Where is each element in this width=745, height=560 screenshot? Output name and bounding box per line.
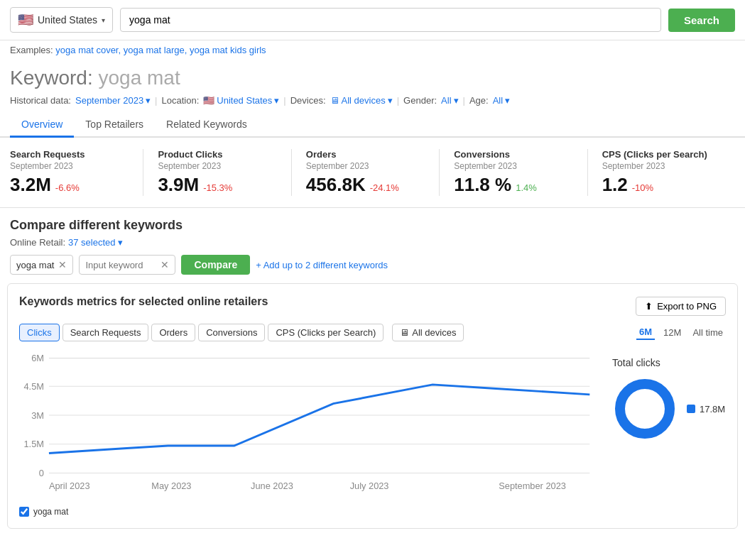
metric-number: 3.9M [158, 174, 199, 196]
chart-area: 6M 4.5M 3M 1.5M 0 April 2023 May 2023 Ju… [19, 350, 726, 517]
metric-label: Orders [306, 149, 425, 160]
examples-row: Examples: yoga mat cover, yoga mat large… [0, 40, 745, 60]
metric-change: -6.6% [55, 182, 80, 193]
metric-change: -10% [632, 182, 653, 193]
svg-text:April 2023: April 2023 [49, 481, 90, 491]
metric-label: Product Clicks [158, 149, 276, 160]
donut-legend: 17.8M [687, 404, 725, 414]
online-retail-filter[interactable]: 37 selected ▾ [68, 237, 123, 248]
svg-text:6M: 6M [31, 353, 44, 363]
historical-filter[interactable]: September 2023 ▾ [75, 95, 151, 106]
donut-chart [613, 377, 677, 441]
chart-tab-orders[interactable]: Orders [151, 324, 195, 341]
metric-change: -24.1% [370, 182, 399, 193]
legend-label: yoga mat [33, 507, 68, 517]
legend-checkbox[interactable] [19, 507, 29, 517]
keyword-chip-1: yoga mat ✕ [10, 255, 73, 275]
top-bar: 🇺🇸 United States ▾ Search [0, 0, 745, 40]
metric-number: 1.2 [602, 174, 628, 196]
example-link-3[interactable]: yoga mat kids girls [190, 45, 266, 55]
time-12m[interactable]: 12M [660, 326, 684, 339]
metric-label: Search Requests [10, 149, 129, 160]
metric-label: Conversions [454, 149, 572, 160]
chart-top-row: Keywords metrics for selected online ret… [19, 295, 726, 317]
online-retail-row: Online Retail: 37 selected ▾ [10, 237, 735, 248]
svg-text:July 2023: July 2023 [350, 481, 389, 491]
chart-tabs: Clicks Search Requests Orders Conversion… [19, 324, 464, 341]
metric-value: 3.2M -6.6% [10, 174, 129, 196]
chart-tab-conversions[interactable]: Conversions [198, 324, 265, 341]
chip-close-2[interactable]: ✕ [161, 259, 169, 270]
compare-title: Compare different keywords [10, 218, 735, 233]
metric-cps: CPS (Clicks per Search) September 2023 1… [602, 149, 735, 196]
sep2: | [283, 95, 286, 106]
examples-label: Examples: [10, 45, 53, 55]
line-chart: 6M 4.5M 3M 1.5M 0 April 2023 May 2023 Ju… [19, 350, 598, 499]
chart-tab-cps[interactable]: CPS (Clicks per Search) [268, 324, 384, 341]
metric-period: September 2023 [158, 161, 276, 171]
metric-value: 1.2 -10% [602, 174, 721, 196]
time-range: 6M 12M All time [636, 325, 726, 340]
location-filter[interactable]: 🇺🇸 United States ▾ [203, 95, 279, 106]
metric-period: September 2023 [454, 161, 572, 171]
svg-text:4.5M: 4.5M [23, 381, 43, 392]
sep1: | [155, 95, 157, 106]
keyword-input-2[interactable] [85, 260, 156, 270]
sep4: | [463, 95, 465, 106]
metric-label: CPS (Clicks per Search) [602, 149, 721, 160]
age-filter[interactable]: All ▾ [493, 95, 510, 106]
chip-close-1[interactable]: ✕ [58, 259, 67, 270]
metric-period: September 2023 [602, 161, 721, 171]
time-all[interactable]: All time [690, 326, 726, 339]
svg-text:June 2023: June 2023 [251, 481, 293, 491]
time-6m[interactable]: 6M [636, 325, 655, 340]
compare-inputs: yoga mat ✕ ✕ Compare + Add up to 2 diffe… [10, 255, 735, 275]
keyword-chip-2[interactable]: ✕ [79, 255, 175, 275]
chart-panel-title: Keywords metrics for selected online ret… [19, 295, 268, 308]
gender-label: Gender: [403, 95, 437, 106]
svg-text:May 2023: May 2023 [151, 481, 191, 491]
devices-label: Devices: [290, 95, 326, 106]
chart-tab-search-requests[interactable]: Search Requests [62, 324, 149, 341]
tab-related-keywords[interactable]: Related Keywords [155, 113, 259, 138]
online-retail-label: Online Retail: [10, 237, 65, 248]
gender-filter[interactable]: All ▾ [441, 95, 458, 106]
metric-orders: Orders September 2023 456.8K -24.1% [306, 149, 440, 196]
svg-text:0: 0 [39, 468, 44, 478]
tab-top-retailers[interactable]: Top Retailers [74, 113, 155, 138]
donut-value: 17.8M [700, 404, 725, 414]
export-label: Export to PNG [657, 301, 717, 312]
metric-conversions: Conversions September 2023 11.8 % 1.4% [454, 149, 587, 196]
compare-button[interactable]: Compare [181, 255, 250, 275]
chart-tab-clicks[interactable]: Clicks [19, 324, 60, 341]
total-clicks-label: Total clicks [612, 357, 660, 368]
add-keywords-link[interactable]: + Add up to 2 different keywords [256, 260, 388, 270]
metric-number: 456.8K [306, 174, 366, 196]
metric-search-requests: Search Requests September 2023 3.2M -6.6… [10, 149, 143, 196]
search-input[interactable] [120, 8, 661, 32]
export-button[interactable]: ⬆ Export to PNG [636, 297, 726, 316]
donut-dot [687, 405, 695, 413]
chevron-down-icon: ▾ [102, 16, 105, 24]
compare-section: Compare different keywords Online Retail… [0, 208, 745, 275]
example-link-2[interactable]: yoga mat large, [124, 45, 187, 55]
flag-icon: 🇺🇸 [18, 12, 33, 28]
keyword-chip-1-text: yoga mat [16, 260, 54, 270]
historical-label: Historical data: [10, 95, 71, 106]
country-selector[interactable]: 🇺🇸 United States ▾ [10, 7, 113, 33]
metric-number: 3.2M [10, 174, 51, 196]
keyword-value: yoga mat [99, 67, 180, 89]
chart-panel: Keywords metrics for selected online ret… [7, 283, 738, 529]
metric-value: 11.8 % 1.4% [454, 174, 572, 196]
svg-text:September 2023: September 2023 [499, 481, 566, 491]
devices-filter[interactable]: 🖥 All devices ▾ [330, 95, 393, 106]
example-link-1[interactable]: yoga mat cover, [55, 45, 121, 55]
svg-text:1.5M: 1.5M [23, 439, 43, 449]
metric-value: 3.9M -15.3% [158, 174, 276, 196]
monitor-icon: 🖥 [400, 327, 409, 338]
tab-overview[interactable]: Overview [10, 113, 74, 138]
search-button[interactable]: Search [668, 9, 735, 32]
metric-value: 456.8K -24.1% [306, 174, 425, 196]
devices-tab[interactable]: 🖥 All devices [392, 324, 464, 341]
location-label: Location: [162, 95, 200, 106]
